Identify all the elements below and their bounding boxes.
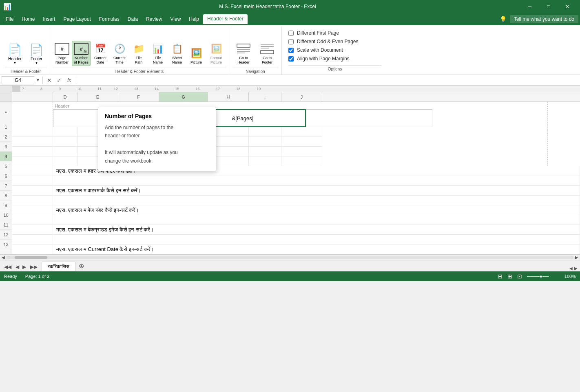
cell[interactable] [12,127,53,137]
row-num-7: 7 [0,181,12,191]
col-header-h[interactable]: H [208,92,249,101]
align-with-margins-checkbox[interactable] [288,56,294,62]
menu-item-help[interactable]: Help [185,15,203,24]
view-page-layout-btn[interactable]: ⊞ [507,273,512,280]
file-name-button[interactable]: 📊 FileName [148,41,167,66]
cell[interactable] [53,196,580,205]
menu-item-header-footer[interactable]: Header & Footer [203,14,248,24]
sheet-tab-active[interactable]: रकाॅरेकासिस [42,262,75,271]
minimize-btn[interactable]: ─ [520,0,539,13]
cell[interactable] [12,186,53,196]
menu-item-review[interactable]: Review [142,15,166,24]
menu-item-formulas[interactable]: Formulas [95,15,124,24]
menu-item-insert[interactable]: Insert [39,15,59,24]
format-picture-button[interactable]: 🖼️ FormatPicture [206,41,226,66]
add-sheet-btn[interactable]: ⊕ [75,260,87,271]
scroll-right-btn[interactable]: ▶ [575,255,578,260]
scroll-thumb[interactable] [15,256,47,259]
cell[interactable] [53,137,77,147]
col-header-j[interactable]: J [281,92,322,101]
cell[interactable] [12,225,53,235]
menu-item-view[interactable]: View [166,15,185,24]
cell-with-text-row13[interactable]: मएस. एकसल म Current Date कैसे इन-सर्ट कर… [53,244,580,254]
col-header-f[interactable]: F [118,92,159,101]
go-to-header-button[interactable]: Go toHeader [232,41,255,66]
tab-scroll-left[interactable]: ◀ [569,265,573,271]
tab-scroll-right[interactable]: ▶ [573,265,578,271]
name-box[interactable] [2,76,34,84]
cell[interactable] [53,156,77,166]
cell-with-text-row7[interactable]: मएस. एकसल म वाटरमार्क कैसे इन-सर्ट करें। [53,186,580,196]
picture-button[interactable]: 🖼️ Picture [187,45,206,66]
cell[interactable] [12,166,53,176]
formula-fx-btn[interactable]: fx [65,77,73,84]
file-path-button[interactable]: 📁 FilePath [129,41,148,66]
sheet-nav-right[interactable]: ▶ [21,262,28,271]
menu-item-data[interactable]: Data [124,15,142,24]
cell[interactable] [53,127,77,137]
current-date-button[interactable]: 📅 CurrentDate [91,41,110,66]
cell[interactable] [281,156,322,166]
cell[interactable] [53,215,580,225]
name-box-dropdown[interactable]: ▼ [36,78,40,82]
col-header-i[interactable]: I [249,92,281,101]
sheet-nav-prev[interactable]: ◀◀ [2,262,14,271]
cell[interactable] [12,176,53,186]
menu-right: 💡 Tell me what you want to do [500,15,578,23]
table-row [12,137,580,147]
cell[interactable] [12,235,53,244]
tell-me-box[interactable]: Tell me what you want to do [510,15,578,23]
menu-item-page-layout[interactable]: Page Layout [59,15,95,24]
col-header-g[interactable]: G [159,92,208,101]
sheet-tabs-scrollbar[interactable]: ◀ ▶ [569,265,580,271]
menu-item-home[interactable]: Home [18,15,39,24]
menu-item-file[interactable]: File [2,15,18,24]
sheet-name-button[interactable]: 📋 SheetName [168,41,186,66]
different-first-page-checkbox[interactable] [288,31,294,36]
formula-bar: ▼ ✕ ✓ fx [0,75,580,86]
cell[interactable] [53,147,77,156]
cell[interactable] [281,137,322,147]
sheet-nav-last[interactable]: ▶▶ [28,262,40,271]
go-to-footer-button[interactable]: Go toFooter [256,41,278,66]
view-page-break-btn[interactable]: ⊡ [517,273,522,280]
cell[interactable] [281,127,322,137]
close-btn[interactable]: ✕ [558,0,577,13]
cell[interactable] [249,127,281,137]
number-of-pages-button[interactable]: #/# Numberof Pages [72,41,91,66]
cell[interactable] [12,147,53,156]
cell[interactable] [53,235,580,244]
cell[interactable] [281,147,322,156]
col-header-d[interactable]: D [53,92,77,101]
cell[interactable] [12,196,53,205]
maximize-btn[interactable]: □ [539,0,558,13]
different-odd-even-checkbox[interactable] [288,39,294,44]
scale-with-document-checkbox[interactable] [288,48,294,53]
cell[interactable] [12,215,53,225]
cell-with-text-row11[interactable]: मएस. एकसल म बेकग्राउड इमेज कैसे इन-सर्ट … [53,225,580,235]
cell[interactable] [12,137,53,147]
formula-confirm-btn[interactable]: ✓ [55,76,63,84]
cell[interactable] [12,244,53,254]
formula-input[interactable] [79,77,578,84]
page-number-button[interactable]: # PageNumber [53,41,71,66]
zoom-slider[interactable]: ────●── [527,274,560,279]
formula-cancel-btn[interactable]: ✕ [45,76,53,84]
cell[interactable] [12,205,53,215]
footer-button[interactable]: 📄 Footer ▼ [27,41,46,66]
view-normal-btn[interactable]: ⊟ [498,273,503,280]
cell[interactable] [53,176,580,186]
scrollbar-h[interactable]: ◀ ▶ [0,254,580,260]
cell[interactable] [249,137,281,147]
header-button[interactable]: 📄 Header ▼ [5,41,25,66]
col-header-e[interactable]: E [77,92,118,101]
sheet-nav-left[interactable]: ◀ [14,262,21,271]
cell[interactable] [249,147,281,156]
cell[interactable] [249,156,281,166]
cell-with-text-row9[interactable]: मएस. एकसल म पेज नंबर कैसे इन-सर्ट करें। [53,205,580,215]
scroll-left-btn[interactable]: ◀ [2,255,5,260]
current-time-button[interactable]: 🕐 CurrentTime [110,41,129,66]
cell[interactable] [12,156,53,166]
header-cell-right[interactable] [306,109,432,127]
scroll-track[interactable] [7,256,573,259]
